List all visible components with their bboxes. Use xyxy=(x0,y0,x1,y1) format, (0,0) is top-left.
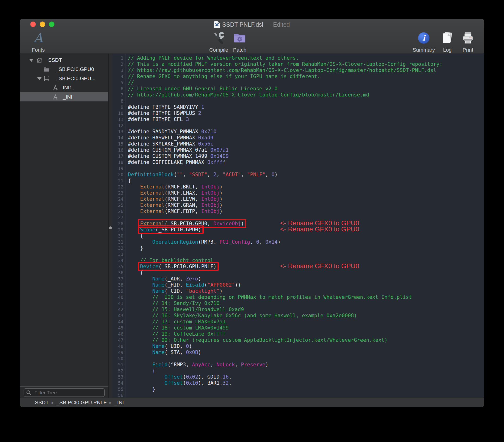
gutter-marker-dot xyxy=(109,227,112,229)
tree-item-ini1[interactable]: INI1 xyxy=(20,83,108,92)
method-icon xyxy=(52,94,58,100)
patch-button[interactable]: Patch xyxy=(227,31,253,53)
line-number: 24 xyxy=(112,196,126,202)
summary-button[interactable]: i Summary xyxy=(411,31,437,53)
code-line: 45 // 18: custom LMAX=0x1499 xyxy=(112,325,484,331)
titlebar: SSDT-PNLF.dsl — Edited xyxy=(20,19,484,30)
line-number: 40 xyxy=(112,294,126,300)
line-number: 54 xyxy=(112,380,126,386)
code-line: 51 Field(^RMP3, AnyAcc, NoLock, Preserve… xyxy=(112,362,484,368)
disclosure-triangle-icon[interactable] xyxy=(37,77,41,80)
line-number: 16 xyxy=(112,147,126,153)
tree-item-_sbpci0gpu[interactable]: _SB.PCI0.GPU... xyxy=(20,74,108,83)
line-number: 39 xyxy=(112,288,126,294)
tree-item-label: SSDT xyxy=(48,55,62,65)
line-number: 17 xyxy=(112,153,126,159)
line-number: 23 xyxy=(112,190,126,196)
code-line: 36 { xyxy=(112,270,484,276)
home-icon xyxy=(36,57,42,63)
code-line: 4// Rename GFX0 to anything else if your… xyxy=(112,73,484,79)
code-line: 2// This is a modified PNLF version orig… xyxy=(112,61,484,67)
line-number: 56 xyxy=(112,392,126,398)
code-line: 15#define SKYLAKE_PWMMAX 0x56c xyxy=(112,141,484,147)
rename-annotation: <- Rename GFX0 to GPU0 xyxy=(280,263,359,269)
line-number: 6 xyxy=(112,86,126,92)
status-bar: SSDT▸_SB.PCI0.GPU.PNLF▸_INI xyxy=(20,398,484,407)
code-line: 26 External(RMCF.FBTP, IntObj) xyxy=(112,208,484,214)
disclosure-triangle-icon[interactable] xyxy=(29,59,34,62)
code-line: 39 Name(_CID, "backlight") xyxy=(112,288,484,294)
line-number: 53 xyxy=(112,374,126,380)
line-number: 15 xyxy=(112,141,126,147)
code-line: 32 } xyxy=(112,245,484,251)
print-button[interactable]: Print xyxy=(455,31,481,53)
line-number: 52 xyxy=(112,368,126,374)
red-highlight-box: Scope(_SB.PCI0.GPU0) xyxy=(139,227,202,233)
breadcrumb-separator-icon: ▸ xyxy=(109,400,112,405)
code-line: 12 xyxy=(112,123,484,128)
code-line: 23 External(RMCF.LMAX, IntObj) xyxy=(112,190,484,196)
tree-item-_ini[interactable]: _INI xyxy=(20,92,108,101)
code-line: 5// xyxy=(112,79,484,86)
folder-icon xyxy=(43,66,50,72)
code-line: 46 // 19: CoffeeLake 0xffff xyxy=(112,331,484,337)
code-line: 48 Name(_UID, 0) xyxy=(112,343,484,349)
code-line: 21{ xyxy=(112,177,484,184)
breadcrumb-item[interactable]: _INI xyxy=(114,400,124,406)
red-highlight-box: Device(_SB.PCI0.GPU.PNLF) xyxy=(139,263,218,270)
red-highlight-box: External(_SB.PCI0.GPU0, DeviceObj) xyxy=(139,220,245,227)
code-line: 29 Scope(_SB.PCI0.GPU0)<- Rename GFX0 to… xyxy=(112,227,484,233)
breadcrumb-separator-icon: ▸ xyxy=(52,400,54,405)
breadcrumb-item[interactable]: SSDT xyxy=(35,400,49,406)
code-line: 14#define HASWELL_PWMMAX 0xad9 xyxy=(112,135,484,141)
tree-item-_sbpci0gpu0[interactable]: _SB.PCI0.GPU0 xyxy=(20,65,108,74)
line-number: 29 xyxy=(112,227,126,233)
code-line: 43 // 16: Skylake/KabyLake 0x56c (and so… xyxy=(112,313,484,319)
code-line: 35 Device(_SB.PCI0.GPU.PNLF)<- Rename GF… xyxy=(112,264,484,270)
line-number: 38 xyxy=(112,282,126,288)
code-line: 52 { xyxy=(112,368,484,374)
zoom-button[interactable] xyxy=(49,21,54,27)
code-line: 47 // 99: Other (requires custom AppleBa… xyxy=(112,337,484,343)
document-icon xyxy=(214,21,220,28)
window-chrome: SSDT-PNLF.dsl — Edited A Fonts Compi xyxy=(20,19,484,54)
code-line: 10#define FBTYPE_HSWPLUS 2 xyxy=(112,110,484,116)
close-button[interactable] xyxy=(30,21,36,27)
toolbar: A Fonts Compile xyxy=(20,30,484,54)
window-title-edited: — Edited xyxy=(266,21,290,28)
code-line: 24 External(RMCF.LEVW, IntObj) xyxy=(112,196,484,202)
compile-tools-icon xyxy=(212,31,225,45)
line-number: 13 xyxy=(112,128,126,135)
code-line: 50 xyxy=(112,355,484,362)
code-editor[interactable]: 1// Adding PNLF device for WhateverGreen… xyxy=(112,54,484,398)
breadcrumb: SSDT▸_SB.PCI0.GPU.PNLF▸_INI xyxy=(35,398,124,407)
line-number: 51 xyxy=(112,362,126,368)
print-label: Print xyxy=(463,47,473,53)
line-number: 43 xyxy=(112,313,126,319)
tree-item-ssdt[interactable]: SSDT xyxy=(20,55,108,65)
line-number: 4 xyxy=(112,73,126,79)
code-lines: 1// Adding PNLF device for WhateverGreen… xyxy=(112,55,484,398)
line-number: 14 xyxy=(112,135,126,141)
code-line: 55 } xyxy=(112,386,484,392)
line-number: 37 xyxy=(112,276,126,282)
device-icon xyxy=(43,75,50,82)
minimize-button[interactable] xyxy=(40,21,45,27)
breadcrumb-item[interactable]: _SB.PCI0.GPU.PNLF xyxy=(56,400,107,406)
code-line: 19 xyxy=(112,165,484,172)
filter-tree-input[interactable] xyxy=(24,388,105,397)
code-line: 42 // 15: Haswell/Broadwell 0xad9 xyxy=(112,306,484,313)
line-number: 31 xyxy=(112,239,126,245)
line-number: 1 xyxy=(112,55,126,61)
line-number: 20 xyxy=(112,172,126,177)
code-line: 13#define SANDYIVY_PWMMAX 0x710 xyxy=(112,128,484,135)
line-number: 27 xyxy=(112,214,126,221)
desktop: { "window": { "title": "SSDT-PNLF.dsl", … xyxy=(0,0,504,442)
line-number: 26 xyxy=(112,208,126,214)
code-line: 54 Offset(0x10), BAR1,32, xyxy=(112,380,484,386)
code-line: 37 Name(_ADR, Zero) xyxy=(112,276,484,282)
line-number: 55 xyxy=(112,386,126,392)
fonts-button[interactable]: A Fonts xyxy=(25,31,51,53)
code-line: 7// https://github.com/RehabMan/OS-X-Clo… xyxy=(112,92,484,98)
compile-label: Compile xyxy=(209,47,228,53)
